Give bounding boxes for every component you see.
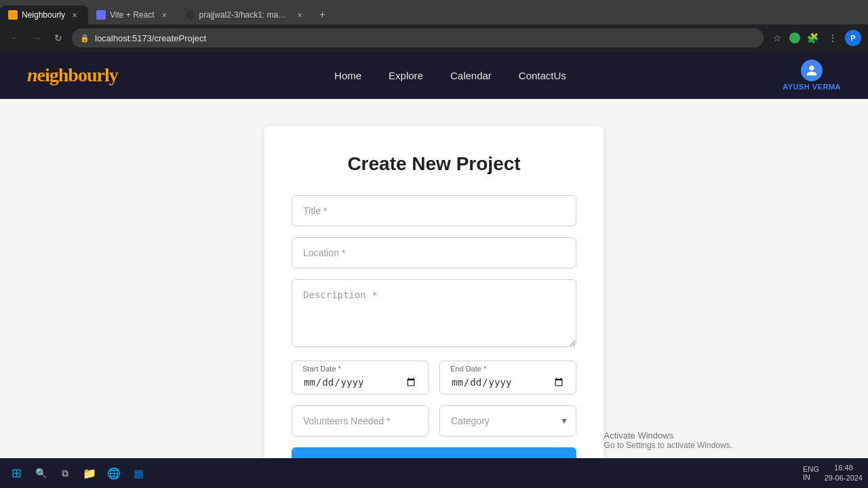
nav-explore[interactable]: Explore bbox=[389, 70, 423, 81]
browser-window: Neighbourly ✕ Vite + React ✕ prajjwal2-3… bbox=[0, 0, 868, 52]
tab-close-vite[interactable]: ✕ bbox=[159, 10, 170, 20]
menu-icon[interactable]: ⋮ bbox=[825, 30, 841, 46]
vscode-taskbar-button[interactable]: ▦ bbox=[127, 462, 149, 484]
form-title: Create New Project bbox=[292, 153, 576, 175]
start-date-label: Start Date * bbox=[302, 365, 341, 373]
activate-windows-title: Activate Windows bbox=[604, 430, 732, 441]
nav-home[interactable]: Home bbox=[334, 70, 361, 81]
windows-logo-icon: ⊞ bbox=[12, 466, 22, 481]
chrome-icon: 🌐 bbox=[107, 467, 121, 480]
tab-bar: Neighbourly ✕ Vite + React ✕ prajjwal2-3… bbox=[0, 0, 868, 24]
user-area[interactable]: AYUSH VERMA bbox=[783, 60, 841, 91]
new-tab-button[interactable]: + bbox=[313, 5, 332, 24]
volunteers-category-row: Category Environment Education Health Co… bbox=[292, 405, 576, 436]
logo-n: n bbox=[27, 64, 37, 85]
nav-calendar[interactable]: Calendar bbox=[450, 70, 492, 81]
logo: neighbourly bbox=[27, 64, 118, 86]
title-group bbox=[292, 195, 576, 226]
reload-button[interactable]: ↻ bbox=[50, 30, 66, 46]
start-date-wrapper: Start Date * bbox=[292, 361, 429, 394]
tab-label-github: prajjwal2-3/hack1: maksad has... bbox=[199, 10, 290, 20]
task-view-icon: ⧉ bbox=[62, 468, 68, 479]
user-name: AYUSH VERMA bbox=[783, 83, 841, 91]
search-icon: 🔍 bbox=[35, 468, 47, 479]
volunteers-group bbox=[292, 405, 429, 436]
browser-profile[interactable]: P bbox=[845, 30, 861, 46]
description-input[interactable] bbox=[292, 279, 576, 347]
address-bar[interactable]: 🔒 localhost:5173/createProject bbox=[72, 28, 764, 47]
extension-icon[interactable] bbox=[789, 33, 800, 43]
title-input[interactable] bbox=[292, 195, 576, 226]
nav-contactus[interactable]: ContactUs bbox=[519, 70, 566, 81]
location-input[interactable] bbox=[292, 237, 576, 268]
vscode-icon: ▦ bbox=[134, 467, 144, 480]
lang-indicator: ENGIN bbox=[803, 465, 819, 481]
chrome-taskbar-button[interactable]: 🌐 bbox=[103, 462, 125, 484]
avatar bbox=[801, 60, 823, 81]
tab-close-github[interactable]: ✕ bbox=[294, 10, 305, 20]
tab-favicon-neighbourly bbox=[8, 10, 18, 20]
tab-favicon-vite bbox=[96, 10, 106, 20]
form-card: Create New Project Start Date * bbox=[264, 126, 604, 488]
search-taskbar-button[interactable]: 🔍 bbox=[30, 462, 52, 484]
extensions-icon[interactable]: 🧩 bbox=[804, 30, 821, 46]
taskbar-right: ENGIN 16:48 29-06-2024 bbox=[803, 463, 863, 484]
tab-label-vite: Vite + React bbox=[110, 10, 154, 20]
taskbar-left: ⊞ 🔍 ⧉ 📁 🌐 ▦ bbox=[5, 462, 149, 484]
activate-windows-watermark: Activate Windows Go to Settings to activ… bbox=[604, 430, 732, 450]
end-date-label: End Date * bbox=[450, 365, 486, 373]
forward-button[interactable]: → bbox=[28, 30, 45, 46]
tab-close-neighbourly[interactable]: ✕ bbox=[69, 10, 80, 20]
volunteers-input[interactable] bbox=[292, 405, 429, 436]
system-clock: 16:48 29-06-2024 bbox=[825, 463, 863, 484]
taskbar: ⊞ 🔍 ⧉ 📁 🌐 ▦ ENGIN 16:48 29-06-2024 bbox=[0, 458, 868, 488]
clock-date: 29-06-2024 bbox=[825, 473, 863, 483]
start-date-group: Start Date * bbox=[292, 361, 429, 394]
category-group: Category Environment Education Health Co… bbox=[439, 405, 576, 436]
nav-links: Home Explore Calendar ContactUs bbox=[334, 70, 566, 81]
start-button[interactable]: ⊞ bbox=[5, 462, 27, 484]
description-group bbox=[292, 279, 576, 350]
clock-time: 16:48 bbox=[825, 463, 863, 473]
end-date-wrapper: End Date * bbox=[439, 361, 576, 394]
folder-icon: 📁 bbox=[83, 467, 96, 480]
tab-vite[interactable]: Vite + React ✕ bbox=[88, 5, 177, 24]
category-select[interactable]: Category Environment Education Health Co… bbox=[439, 405, 576, 436]
url-display: localhost:5173/createProject bbox=[95, 33, 755, 43]
logo-text: eighbourly bbox=[37, 64, 118, 85]
lock-icon: 🔒 bbox=[80, 34, 90, 43]
tab-neighbourly[interactable]: Neighbourly ✕ bbox=[0, 5, 88, 24]
bookmark-icon[interactable]: ☆ bbox=[769, 30, 785, 46]
address-bar-row: ← → ↻ 🔒 localhost:5173/createProject ☆ 🧩… bbox=[0, 24, 868, 52]
tab-github[interactable]: prajjwal2-3/hack1: maksad has... ✕ bbox=[178, 5, 313, 24]
file-explorer-button[interactable]: 📁 bbox=[79, 462, 100, 484]
back-button[interactable]: ← bbox=[7, 30, 23, 46]
tab-label-neighbourly: Neighbourly bbox=[22, 10, 65, 20]
app: neighbourly Home Explore Calendar Contac… bbox=[0, 52, 868, 488]
date-row: Start Date * End Date * bbox=[292, 361, 576, 394]
navbar: neighbourly Home Explore Calendar Contac… bbox=[0, 52, 868, 99]
end-date-group: End Date * bbox=[439, 361, 576, 394]
main-content: Create New Project Start Date * bbox=[0, 99, 868, 488]
tab-favicon-github bbox=[186, 10, 195, 20]
task-view-button[interactable]: ⧉ bbox=[54, 462, 76, 484]
browser-action-icons: ☆ 🧩 ⋮ P bbox=[769, 30, 861, 46]
location-group bbox=[292, 237, 576, 268]
activate-windows-subtitle: Go to Settings to activate Windows. bbox=[604, 441, 732, 450]
